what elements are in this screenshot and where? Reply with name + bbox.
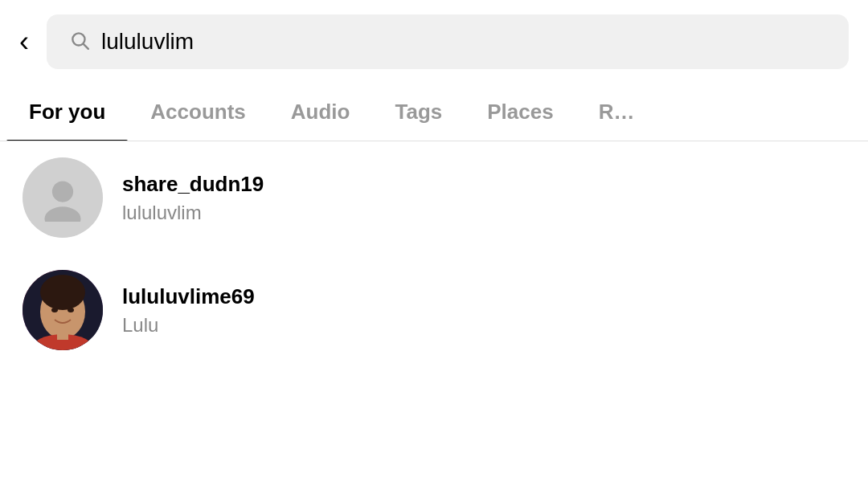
tab-audio[interactable]: Audio (268, 84, 373, 141)
display-name: Lulu (122, 314, 255, 337)
svg-point-2 (52, 181, 73, 202)
search-bar[interactable]: lululuvlim (47, 14, 849, 69)
search-input-value: lululuvlim (101, 29, 194, 55)
display-name: lululuvlim (122, 202, 264, 224)
svg-point-8 (68, 308, 74, 312)
back-button[interactable]: ‹ (13, 24, 35, 59)
list-item[interactable]: share_dudn19 lululuvlim (0, 141, 868, 254)
username: share_dudn19 (122, 172, 264, 197)
results-list: share_dudn19 lululuvlim (0, 141, 868, 366)
svg-point-3 (45, 206, 81, 222)
list-item[interactable]: lululuvlime69 Lulu (0, 254, 868, 366)
avatar-placeholder-icon (23, 157, 103, 238)
username: lululuvlime69 (122, 284, 255, 309)
tabs-bar: For you Accounts Audio Tags Places R… (0, 84, 868, 141)
tab-places[interactable]: Places (465, 84, 575, 141)
svg-point-7 (51, 308, 58, 312)
user-info: lululuvlime69 Lulu (122, 284, 255, 337)
svg-line-1 (84, 44, 88, 49)
tab-tags[interactable]: Tags (372, 84, 465, 141)
svg-rect-10 (57, 330, 68, 340)
avatar (23, 157, 103, 238)
tab-for-you[interactable]: For you (6, 84, 128, 141)
svg-point-6 (40, 275, 85, 310)
user-info: share_dudn19 lululuvlim (122, 172, 264, 224)
tab-accounts[interactable]: Accounts (128, 84, 268, 141)
avatar (23, 270, 103, 350)
header: ‹ lululuvlim (0, 0, 868, 84)
tab-reels[interactable]: R… (576, 84, 657, 141)
search-icon (69, 30, 90, 54)
